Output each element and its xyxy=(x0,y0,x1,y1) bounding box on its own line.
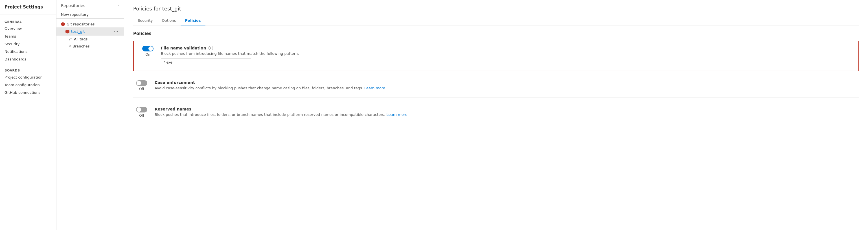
policy-card-case-enforcement: Off Case enforcement Avoid case-sensitiv… xyxy=(133,76,859,98)
toggle-case-enforcement[interactable] xyxy=(136,80,147,86)
sidebar-item-github-connections[interactable]: GitHub connections xyxy=(0,89,56,96)
policy-name-text: Reserved names xyxy=(155,107,191,111)
policy-desc-case: Avoid case-sensitivity conflicts by bloc… xyxy=(155,86,859,90)
new-repository-link[interactable]: New repository xyxy=(56,11,124,19)
policy-name-file-name: File name validation i xyxy=(161,46,853,50)
learn-more-case[interactable]: Learn more xyxy=(364,86,385,90)
learn-more-reserved[interactable]: Learn more xyxy=(386,112,407,117)
policy-row: On File name validation i Block pushes f… xyxy=(140,46,853,66)
policies-heading: Policies xyxy=(133,31,859,36)
policy-info-reserved: Reserved names Block pushes that introdu… xyxy=(155,107,859,119)
repo-item-test-git[interactable]: test_git ··· xyxy=(56,27,124,36)
collapse-button[interactable]: ‹ xyxy=(118,0,124,230)
file-name-pattern-input[interactable] xyxy=(161,58,251,66)
sidebar-left: Project Settings General Overview Teams … xyxy=(0,0,56,230)
repositories-panel: Repositories New repository Git reposito… xyxy=(56,0,124,230)
toggle-thumb xyxy=(136,107,141,112)
toggle-label-on: On xyxy=(145,53,150,57)
page-title: Policies for test_git xyxy=(133,6,859,11)
policy-card-file-name-validation: On File name validation i Block pushes f… xyxy=(133,41,859,71)
toggle-reserved-names[interactable] xyxy=(136,107,147,112)
toggle-thumb xyxy=(136,81,141,85)
tab-security[interactable]: Security xyxy=(133,16,157,25)
sidebar-item-teams[interactable]: Teams xyxy=(0,32,56,40)
app-title: Project Settings xyxy=(0,4,56,15)
toggle-label-off: Off xyxy=(139,87,144,91)
toggle-area-file-name: On xyxy=(140,46,156,57)
git-repo-icon xyxy=(61,22,65,26)
sub-item-branches-label: Branches xyxy=(72,44,90,48)
policy-info-file-name: File name validation i Block pushes from… xyxy=(161,46,853,66)
toggle-area-case: Off xyxy=(133,80,150,91)
sidebar-item-overview[interactable]: Overview xyxy=(0,25,56,32)
toggle-file-name-validation[interactable] xyxy=(142,46,154,51)
policy-name-case: Case enforcement xyxy=(155,80,859,85)
tab-options[interactable]: Options xyxy=(157,16,180,25)
tabs-bar: Security Options Policies xyxy=(133,16,859,25)
policy-desc-reserved: Block pushes that introduce files, folde… xyxy=(155,112,859,117)
policy-name-text: File name validation xyxy=(161,46,206,50)
repo-item-icon xyxy=(65,30,69,34)
toggle-area-reserved: Off xyxy=(133,107,150,118)
policy-card-reserved-names: Off Reserved names Block pushes that int… xyxy=(133,102,859,124)
sub-item-branches[interactable]: ⑂ Branches xyxy=(56,43,124,50)
sidebar-item-dashboards[interactable]: Dashboards xyxy=(0,55,56,63)
sidebar-item-project-configuration[interactable]: Project configuration xyxy=(0,74,56,81)
tab-policies[interactable]: Policies xyxy=(181,16,206,25)
sub-item-all-tags[interactable]: 🏷 All tags xyxy=(56,36,124,43)
tag-icon: 🏷 xyxy=(69,37,72,41)
sidebar-item-notifications[interactable]: Notifications xyxy=(0,48,56,55)
panel-title: Repositories xyxy=(56,3,124,11)
policy-name-reserved: Reserved names xyxy=(155,107,859,111)
policy-name-text: Case enforcement xyxy=(155,80,195,85)
sub-item-all-tags-label: All tags xyxy=(74,37,88,41)
git-repositories-header: Git repositories xyxy=(56,21,124,27)
policy-info-case: Case enforcement Avoid case-sensitivity … xyxy=(155,80,859,93)
sidebar-item-team-configuration[interactable]: Team configuration xyxy=(0,81,56,89)
sidebar-section-boards: Boards xyxy=(0,66,56,74)
main-content: Policies for test_git Security Options P… xyxy=(124,0,868,230)
toggle-thumb xyxy=(148,46,153,51)
branch-icon: ⑂ xyxy=(69,45,71,48)
sidebar-item-security[interactable]: Security xyxy=(0,40,56,48)
policy-desc-file-name: Block pushes from introducing file names… xyxy=(161,51,853,56)
repo-item-label: test_git xyxy=(71,29,85,34)
repo-group-label: Git repositories xyxy=(67,22,95,26)
sidebar-section-general: General xyxy=(0,18,56,25)
info-icon-file-name[interactable]: i xyxy=(209,46,213,50)
toggle-label-off: Off xyxy=(139,114,144,118)
